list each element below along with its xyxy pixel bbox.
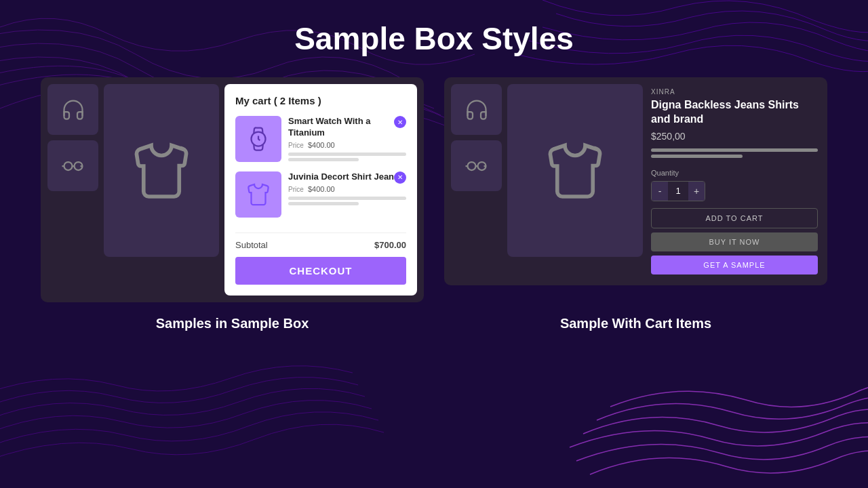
quantity-label: Quantity: [651, 169, 818, 177]
product-bar-1: [651, 148, 818, 152]
quantity-value: 1: [668, 182, 688, 201]
cart-item-bar-1: [288, 152, 406, 156]
captions-row: Samples in Sample Box Sample With Cart I…: [41, 316, 827, 331]
cart-item-bar-4: [288, 202, 359, 205]
cart-item-shirt-name: Juvinia Decort Shirt Jeans: [288, 171, 406, 183]
cart-item-2: Juvinia Decort Shirt Jeans Price $400.00…: [235, 171, 406, 218]
cart-items-list: Smart Watch With a Titanium Price $400.0…: [235, 116, 406, 226]
remove-shirt-button[interactable]: ✕: [394, 171, 406, 184]
quantity-plus-button[interactable]: +: [688, 182, 705, 201]
product-name: Digna Backless Jeans Shirts and brand: [651, 98, 818, 127]
cart-title: My cart ( 2 Items ): [235, 95, 406, 106]
cart-item-shirt-info: Juvinia Decort Shirt Jeans Price $400.00: [288, 171, 406, 207]
price-value-2: $400.00: [308, 185, 335, 193]
cart-item-watch-name: Smart Watch With a Titanium: [288, 116, 406, 139]
left-caption: Samples in Sample Box: [41, 316, 424, 331]
left-sample-box: My cart ( 2 Items ) Smart Watch With a T…: [41, 77, 424, 302]
right-caption: Sample With Cart Items: [444, 316, 827, 331]
cart-subtotal: Subtotal $700.00: [235, 240, 406, 250]
checkout-button[interactable]: CHECKOUT: [235, 257, 406, 285]
right-thumbnail-glasses[interactable]: [451, 140, 502, 191]
thumbnail-glasses[interactable]: [47, 140, 98, 191]
quantity-minus-button[interactable]: -: [652, 182, 668, 201]
buy-now-button[interactable]: BUY IT NOW: [651, 232, 818, 251]
price-label: Price: [288, 142, 304, 149]
product-description-bars: [651, 148, 818, 161]
get-sample-button[interactable]: GET A SAMPLE: [651, 256, 818, 274]
product-bar-2: [651, 155, 743, 158]
product-detail-panel: XINRA Digna Backless Jeans Shirts and br…: [648, 84, 821, 279]
price-label-2: Price: [288, 186, 304, 193]
quantity-control: - 1 +: [651, 181, 705, 201]
right-sidebar-thumbnails: [451, 84, 502, 279]
subtotal-label: Subtotal: [235, 240, 268, 250]
right-thumbnail-headphones[interactable]: [451, 84, 502, 135]
cart-panel: My cart ( 2 Items ) Smart Watch With a T…: [224, 84, 417, 296]
right-main-product-image: [507, 84, 643, 257]
page-title: Sample Box Styles: [294, 20, 574, 57]
right-sample-box: XINRA Digna Backless Jeans Shirts and br…: [444, 77, 827, 285]
product-price: $250,00: [651, 131, 818, 142]
svg-point-4: [467, 162, 475, 170]
page-content: Sample Box Styles My cart ( 2 Items ): [0, 0, 868, 488]
cart-item: Smart Watch With a Titanium Price $400.0…: [235, 116, 406, 163]
boxes-row: My cart ( 2 Items ) Smart Watch With a T…: [41, 77, 827, 302]
remove-watch-button[interactable]: ✕: [394, 116, 406, 128]
cart-item-watch-image: [235, 116, 281, 162]
cart-item-watch-info: Smart Watch With a Titanium Price $400.0…: [288, 116, 406, 163]
cart-item-bar-3: [288, 197, 406, 200]
cart-item-shirt-price: Price $400.00: [288, 185, 406, 193]
cart-item-watch-price: Price $400.00: [288, 141, 406, 149]
left-main-product-image: [104, 84, 219, 257]
price-value: $400.00: [308, 141, 335, 149]
cart-item-bar-2: [288, 158, 359, 161]
thumbnail-headphones[interactable]: [47, 84, 98, 135]
cart-divider: [235, 232, 406, 233]
left-sidebar-thumbnails: [47, 84, 98, 296]
cart-item-shirt-image: [235, 171, 281, 218]
svg-point-1: [64, 162, 72, 170]
subtotal-value: $700.00: [374, 240, 406, 250]
add-to-cart-button[interactable]: ADD TO CART: [651, 208, 818, 228]
brand-name: XINRA: [651, 88, 818, 96]
